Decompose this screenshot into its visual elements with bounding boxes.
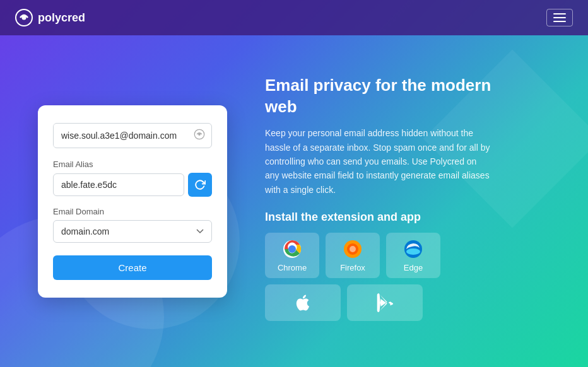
brand-name: polycred [38, 11, 85, 25]
chrome-extension-button[interactable]: Chrome [265, 233, 319, 278]
google-play-icon [375, 293, 394, 312]
firefox-icon [343, 239, 363, 259]
brand-logo [15, 9, 33, 26]
app-buttons-row [265, 284, 492, 321]
promo-panel: Email privacy for the modern web Keep yo… [265, 75, 492, 328]
apple-app-button[interactable] [265, 284, 341, 321]
domain-label: Email Domain [53, 207, 212, 216]
email-input[interactable] [54, 124, 187, 147]
extension-buttons-row: Chrome Firefox Edge [265, 233, 492, 278]
edge-extension-button[interactable]: Edge [386, 233, 440, 278]
hamburger-line-1 [553, 13, 566, 15]
svg-point-6 [290, 247, 295, 252]
alias-row [53, 173, 212, 197]
android-app-button[interactable] [347, 284, 423, 321]
chrome-icon [282, 239, 302, 259]
alias-card: Email Alias Email Domain domain.com Crea… [38, 105, 227, 298]
alias-group: Email Alias [53, 160, 212, 197]
email-polycred-icon-button[interactable] [187, 124, 211, 148]
firefox-extension-button[interactable]: Firefox [326, 233, 380, 278]
apple-icon [293, 293, 312, 312]
alias-input[interactable] [53, 173, 184, 196]
navbar: polycred [0, 0, 588, 35]
promo-description: Keep your personal email address hidden … [265, 126, 492, 197]
domain-group: Email Domain domain.com [53, 207, 212, 243]
edge-label: Edge [404, 263, 423, 272]
chrome-label: Chrome [278, 263, 307, 272]
hamburger-line-2 [553, 17, 566, 18]
svg-point-11 [406, 248, 420, 255]
alias-label: Email Alias [53, 160, 212, 169]
main-content: Email Alias Email Domain domain.com Crea… [0, 35, 588, 367]
hamburger-line-3 [553, 21, 566, 22]
svg-point-1 [22, 16, 26, 20]
brand: polycred [15, 9, 85, 26]
navbar-toggle-button[interactable] [546, 9, 573, 26]
polycred-icon [194, 129, 205, 140]
firefox-label: Firefox [340, 263, 365, 272]
refresh-icon [194, 179, 206, 190]
svg-point-3 [198, 133, 201, 136]
create-button[interactable]: Create [53, 255, 212, 280]
email-input-wrapper [53, 123, 212, 148]
refresh-alias-button[interactable] [188, 173, 212, 197]
promo-heading: Email privacy for the modern web [265, 75, 492, 118]
edge-icon [403, 239, 423, 259]
install-heading: Install the extension and app [265, 211, 492, 224]
domain-select[interactable]: domain.com [53, 220, 212, 243]
